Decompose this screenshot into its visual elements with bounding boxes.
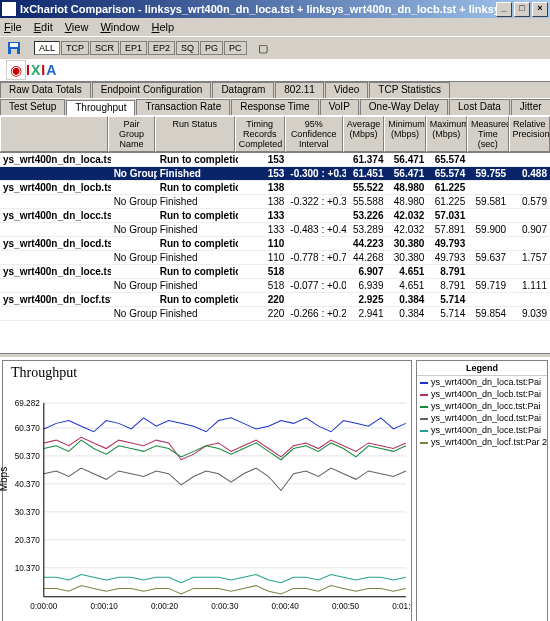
cell-avg: 61.451 [346,167,387,180]
filter-pg[interactable]: PG [200,41,223,55]
table-row[interactable]: ys_wrt400n_dn_locc.tstRun to completion1… [0,209,550,223]
cell-pg [111,293,157,306]
menu-file[interactable]: File [4,21,22,33]
table-row[interactable]: No GroupFinished220-0.266 : +0.2662.9410… [0,307,550,321]
cell-name [0,307,111,320]
filter-sq[interactable]: SQ [176,41,199,55]
maximize-button[interactable]: □ [514,2,530,17]
tab-802-11[interactable]: 802.11 [275,82,324,98]
cell-min: 56.471 [387,167,428,180]
table-row[interactable]: No GroupFinished518-0.077 : +0.0776.9394… [0,279,550,293]
legend-item[interactable]: ys_wrt400n_dn_loce.tst:Pai [417,424,547,436]
tab-jitter[interactable]: Jitter [511,99,550,115]
table-row[interactable]: No GroupFinished138-0.322 : +0.32255.588… [0,195,550,209]
cell-ci [287,237,345,250]
col-timing[interactable]: Timing Records Completed [235,116,285,152]
filter-tcp[interactable]: TCP [61,41,89,55]
cell-time [468,265,509,278]
minimize-button[interactable]: _ [496,2,512,17]
cell-rel: 0.579 [509,195,550,208]
cell-max: 5.714 [427,293,468,306]
filter-scr[interactable]: SCR [90,41,119,55]
col-time[interactable]: Measured Time (sec) [467,116,508,152]
tab-video[interactable]: Video [325,82,368,98]
titlebar[interactable]: IxChariot Comparison - linksys_wrt400n_d… [0,0,550,18]
menu-help[interactable]: Help [152,21,175,33]
legend-item[interactable]: ys_wrt400n_dn_locb.tst:Pai [417,388,547,400]
menu-window[interactable]: Window [100,21,139,33]
cell-rel: 1.757 [509,251,550,264]
cell-name [0,195,111,208]
svg-text:10.370: 10.370 [15,564,40,573]
col-max[interactable]: Maximum (Mbps) [426,116,467,152]
data-grid[interactable]: ys_wrt400n_dn_loca.tstRun to completion1… [0,153,550,353]
tab-throughput[interactable]: Throughput [66,100,135,116]
menu-edit[interactable]: Edit [34,21,53,33]
filter-all[interactable]: ALL [34,41,60,55]
window-title: IxChariot Comparison - linksys_wrt400n_d… [20,3,496,15]
col-name[interactable] [0,116,108,152]
table-row[interactable]: ys_wrt400n_dn_locb.tstRun to completion1… [0,181,550,195]
legend-item[interactable]: ys_wrt400n_dn_locf.tst:Par 2 [417,436,547,448]
save-button[interactable] [4,38,24,58]
col-ci[interactable]: 95% Confidence Interval [285,116,343,152]
tab-voip[interactable]: VoIP [320,99,359,115]
col-rel[interactable]: Relative Precision [509,116,550,152]
cell-status: Run to completion [157,209,238,222]
cell-rel [509,293,550,306]
cell-max: 65.574 [427,167,468,180]
cell-name [0,251,111,264]
table-row[interactable]: No GroupFinished110-0.778 : +0.77844.268… [0,251,550,265]
table-row[interactable]: ys_wrt400n_dn_locd.tstRun to completion1… [0,237,550,251]
tabs-row2: Test SetupThroughputTransaction RateResp… [0,99,550,116]
cell-time: 59.854 [468,307,509,320]
cell-ci: -0.322 : +0.322 [287,195,345,208]
filter-ep2[interactable]: EP2 [148,41,175,55]
filter-ep1[interactable]: EP1 [120,41,147,55]
tab-raw-data-totals[interactable]: Raw Data Totals [0,82,91,98]
legend-item[interactable]: ys_wrt400n_dn_locc.tst:Pai [417,400,547,412]
table-row[interactable]: No GroupFinished153-0.300 : +0.30061.451… [0,167,550,181]
cell-avg: 44.268 [346,251,387,264]
tab-test-setup[interactable]: Test Setup [0,99,65,115]
cell-avg: 53.289 [346,223,387,236]
cell-avg: 61.374 [346,153,387,166]
tab-tcp-statistics[interactable]: TCP Statistics [369,82,450,98]
cell-rec: 220 [238,307,288,320]
filter-bar: ALLTCPSCREP1EP2SQPGPC [34,41,247,55]
legend-panel: Legend ys_wrt400n_dn_loca.tst:Paiys_wrt4… [416,360,548,621]
col-avg[interactable]: Average (Mbps) [343,116,384,152]
table-row[interactable]: ys_wrt400n_dn_loce.tstRun to completion5… [0,265,550,279]
filter-pc[interactable]: PC [224,41,247,55]
col-min[interactable]: Minimum (Mbps) [384,116,425,152]
col-pairgroup[interactable]: Pair Group Name [108,116,154,152]
tab-datagram[interactable]: Datagram [212,82,274,98]
tab-response-time[interactable]: Response Time [231,99,318,115]
cell-time: 59.900 [468,223,509,236]
toggle-button[interactable]: ▢ [253,38,273,58]
close-button[interactable]: × [532,2,548,17]
tab-one-way-delay[interactable]: One-Way Delay [360,99,448,115]
table-row[interactable]: ys_wrt400n_dn_loca.tstRun to completion1… [0,153,550,167]
cell-avg: 6.907 [346,265,387,278]
cell-avg: 55.588 [346,195,387,208]
col-runstatus[interactable]: Run Status [155,116,235,152]
tab-transaction-rate[interactable]: Transaction Rate [136,99,230,115]
app-icon [2,2,16,16]
table-row[interactable]: No GroupFinished133-0.483 : +0.48353.289… [0,223,550,237]
menu-view[interactable]: View [65,21,89,33]
legend-item[interactable]: ys_wrt400n_dn_loca.tst:Pai [417,376,547,388]
svg-text:0:00:40: 0:00:40 [272,602,300,611]
cell-max: 57.031 [427,209,468,222]
cell-status: Run to completion [157,153,238,166]
tab-endpoint-configuration[interactable]: Endpoint Configuration [92,82,212,98]
cell-ci [287,153,345,166]
cell-rec: 518 [238,265,288,278]
table-row[interactable]: ys_wrt400n_dn_locf.tstRun to completion2… [0,293,550,307]
throughput-chart: 10.37020.37030.37040.37050.37060.37069.2… [3,385,411,621]
tab-lost-data[interactable]: Lost Data [449,99,510,115]
cell-avg: 6.939 [346,279,387,292]
svg-text:60.370: 60.370 [15,424,40,433]
legend-item[interactable]: ys_wrt400n_dn_locd.tst:Pai [417,412,547,424]
cell-status: Run to completion [157,265,238,278]
